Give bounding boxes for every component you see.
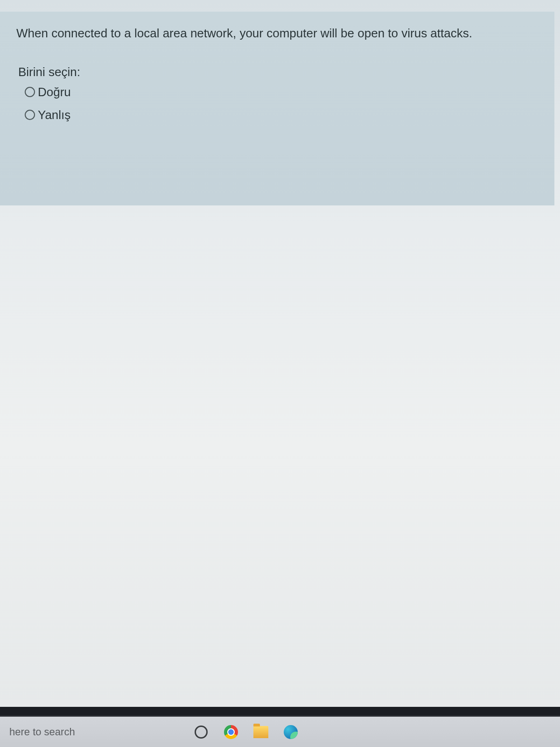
taskbar-border <box>0 707 560 715</box>
folder-icon <box>253 726 268 738</box>
taskbar: here to search <box>0 715 560 747</box>
chrome-icon <box>224 725 238 739</box>
chrome-button[interactable] <box>223 724 239 740</box>
cortana-icon <box>195 726 208 739</box>
question-card: When connected to a local area network, … <box>0 12 554 205</box>
question-text: When connected to a local area network, … <box>16 26 538 42</box>
select-prompt: Birini seçin: <box>18 65 538 79</box>
taskbar-icons <box>193 724 299 740</box>
radio-option-false[interactable]: Yanlış <box>25 108 538 122</box>
radio-label-true[interactable]: Doğru <box>38 85 71 99</box>
radio-input-true[interactable] <box>25 87 35 97</box>
radio-input-false[interactable] <box>25 110 35 120</box>
radio-label-false[interactable]: Yanlış <box>38 108 70 122</box>
edge-icon <box>284 725 298 739</box>
search-box[interactable]: here to search <box>4 722 81 742</box>
cortana-button[interactable] <box>193 724 210 740</box>
file-explorer-button[interactable] <box>252 724 269 740</box>
edge-button[interactable] <box>282 724 299 740</box>
radio-option-true[interactable]: Doğru <box>25 85 538 99</box>
